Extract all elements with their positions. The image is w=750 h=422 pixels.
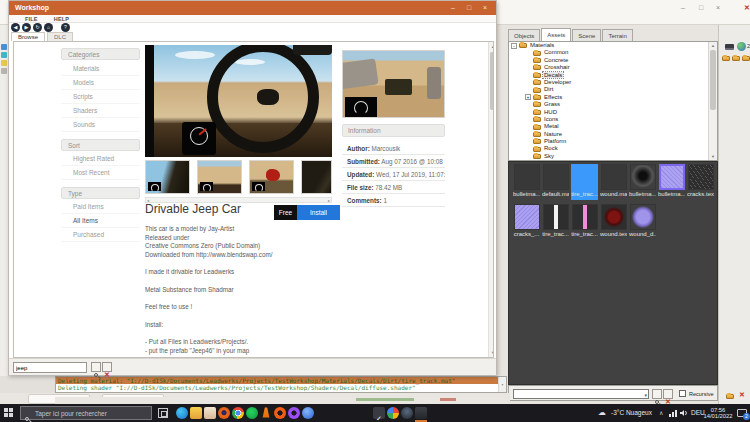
tree-item[interactable]: Dirt	[509, 86, 717, 93]
scroll-up-icon[interactable]: ▲	[709, 43, 717, 48]
taskbar-app-icon[interactable]	[204, 407, 216, 419]
tree-expander-icon[interactable]: +	[525, 94, 531, 100]
editor-tab[interactable]: Scene	[572, 29, 601, 41]
taskbar-app-icon[interactable]	[288, 407, 300, 419]
toolbar-mini-icon[interactable]	[1, 52, 7, 58]
asset-tile[interactable]: bulletma...	[658, 164, 685, 200]
tree-scrollbar[interactable]: ▲ ▼	[708, 42, 717, 160]
console-line[interactable]: Deleting shader "I://D-dISk/Documents/Le…	[56, 384, 506, 391]
asset-tile[interactable]: tire_trac...	[571, 164, 598, 200]
tree-item[interactable]: Decals	[509, 72, 717, 79]
workshop-search-input[interactable]	[13, 362, 87, 373]
sidebar-sort-item[interactable]: Most Recent	[61, 166, 140, 180]
taskbar-app-icon[interactable]	[415, 407, 427, 419]
editor-maximize-button[interactable]: □	[694, 2, 708, 14]
asset-clear-search-button[interactable]: ✕	[663, 389, 673, 399]
editor-tab[interactable]: Objects	[508, 29, 540, 41]
tree-item[interactable]: Sky	[509, 153, 717, 160]
scrollbar-thumb[interactable]	[710, 50, 716, 110]
workshop-minimize-button[interactable]: –	[446, 1, 460, 15]
item-screenshot-large[interactable]	[145, 45, 332, 157]
menu-item[interactable]: HELP	[54, 15, 69, 23]
recursive-checkbox[interactable]	[679, 390, 686, 397]
tree-item[interactable]: Nature	[509, 131, 717, 138]
asset-tile[interactable]: bulletma...	[513, 164, 540, 200]
console-line[interactable]: Deleting material: "I://D-dISk/Documents…	[56, 377, 506, 384]
asset-tile[interactable]: tire_trac...	[542, 204, 569, 240]
sidebar-type-item[interactable]: Paid Items	[61, 200, 140, 214]
network-icon[interactable]	[669, 409, 678, 417]
editor-tab[interactable]: Assets	[541, 28, 571, 41]
screenshot-thumbnail-2[interactable]	[197, 160, 242, 194]
tree-item[interactable]: Platform	[509, 138, 717, 145]
asset-tile[interactable]: bulletma...	[629, 164, 656, 200]
taskbar-app-icon[interactable]	[387, 407, 399, 419]
workshop-titlebar[interactable]: Workshop – □ ×	[9, 1, 496, 15]
tree-root-materials[interactable]: -Materials	[509, 42, 717, 49]
sidebar-type-item[interactable]: Purchased	[61, 228, 140, 242]
taskbar-app-icon[interactable]	[274, 407, 286, 419]
folder-icon[interactable]	[742, 56, 750, 61]
sidebar-category-item[interactable]: Materials	[61, 62, 140, 76]
tree-item[interactable]: Concrete	[509, 57, 717, 64]
workshop-search-button[interactable]	[91, 362, 101, 372]
toolbar-mini-icon[interactable]	[1, 60, 7, 66]
scroll-right-icon[interactable]: ▸	[328, 198, 330, 203]
toolbar-icon[interactable]: ?	[61, 23, 70, 32]
toolbar-icon[interactable]: ◀	[11, 23, 20, 32]
sidebar-sort-item[interactable]: Highest Rated	[61, 152, 140, 166]
editor-close-button[interactable]: ×	[711, 2, 725, 14]
asset-tile[interactable]: tire_trac...	[571, 204, 598, 240]
asset-tile[interactable]: cracks.tex	[687, 164, 714, 200]
menu-item[interactable]: FILE	[25, 15, 38, 23]
asset-tile[interactable]: wound.mat	[600, 164, 627, 200]
tree-item[interactable]: Metal	[509, 123, 717, 130]
editor-tab[interactable]: Terrain	[602, 29, 632, 41]
tree-item[interactable]: Grass	[509, 101, 717, 108]
sidebar-category-item[interactable]: Scripts	[61, 90, 140, 104]
screenshot-thumbnail-4[interactable]	[301, 160, 332, 194]
workshop-clear-search-button[interactable]: ✕	[102, 362, 112, 372]
asset-tile[interactable]: wound_d...	[629, 204, 656, 240]
screenshot-thumbnail-3[interactable]	[249, 160, 294, 194]
taskbar-search-box[interactable]: Taper ici pour rechercher	[20, 406, 152, 420]
editor-minimize-button[interactable]: –	[676, 2, 690, 14]
taskbar-clock[interactable]: 07:56 14/01/2022	[702, 407, 734, 419]
sidebar-category-item[interactable]: Models	[61, 76, 140, 90]
folder-icon[interactable]	[722, 56, 730, 61]
asset-search-button[interactable]	[652, 389, 662, 399]
taskbar-app-icon[interactable]: ✓	[373, 407, 385, 419]
toolbar-mini-icon[interactable]	[1, 68, 7, 74]
taskbar-app-icon[interactable]	[232, 407, 244, 419]
start-button[interactable]	[0, 404, 18, 422]
taskbar-app-icon[interactable]	[176, 407, 188, 419]
tree-item[interactable]: Common	[509, 49, 717, 56]
taskbar-app-icon[interactable]	[401, 407, 413, 419]
toolbar-mini-icon[interactable]	[1, 44, 7, 50]
toolbar-icon[interactable]: ▶	[22, 23, 31, 32]
asset-tile[interactable]: wound.tex	[600, 204, 627, 240]
sidebar-type-item[interactable]: All Items	[61, 214, 140, 228]
install-button[interactable]: Install	[297, 205, 340, 220]
workshop-tab[interactable]: Browse	[11, 32, 45, 41]
tree-item[interactable]: Icons	[509, 116, 717, 123]
tree-expander-icon[interactable]: -	[511, 43, 517, 49]
scroll-down-icon[interactable]: ▼	[489, 350, 494, 355]
output-console[interactable]: Deleting material: "I://D-dISk/Documents…	[55, 376, 507, 393]
sidebar-category-item[interactable]: Sounds	[61, 118, 140, 132]
tree-item[interactable]: Rock	[509, 145, 717, 152]
asset-tile[interactable]: default.mat	[542, 164, 569, 200]
tree-item[interactable]: Developer	[509, 79, 717, 86]
sidebar-category-item[interactable]: Shaders	[61, 104, 140, 118]
tree-item[interactable]: HUD	[509, 109, 717, 116]
folder-icon[interactable]	[732, 56, 740, 61]
hidden-icons-chevron[interactable]: ∧	[659, 404, 663, 422]
taskbar-app-icon[interactable]	[246, 407, 258, 419]
tree-item[interactable]: +Effects	[509, 94, 717, 101]
toolbar-icon[interactable]: ↻	[33, 23, 42, 32]
weather-cloud-icon[interactable]: ☁	[598, 404, 606, 422]
tree-item[interactable]: Crosshair	[509, 64, 717, 71]
workshop-maximize-button[interactable]: □	[462, 1, 476, 15]
scroll-down-icon[interactable]: ▼	[709, 154, 717, 159]
weather-temperature[interactable]: -3°C Nuageux	[611, 404, 652, 422]
